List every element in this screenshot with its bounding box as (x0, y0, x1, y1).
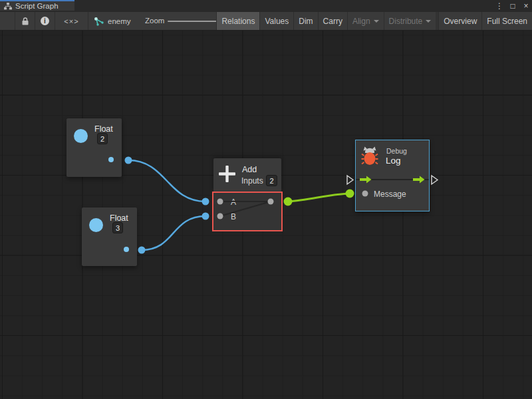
code-icon: <×> (64, 17, 78, 25)
graph-icon (94, 17, 104, 26)
float-value-input[interactable]: 3 (112, 222, 123, 233)
close-icon[interactable]: × (521, 0, 531, 12)
maximize-icon[interactable]: □ (508, 0, 517, 12)
toolbar-button-group: Relations Values Dim Carry Align Distrib… (216, 12, 532, 30)
bug-icon (361, 146, 378, 166)
float-node-2[interactable]: Float 3 (82, 207, 137, 266)
node-title: Add (242, 165, 257, 174)
add-node-header[interactable]: Add Inputs 2 (213, 158, 281, 192)
port-b-label: B (231, 212, 236, 221)
tab-bar: Script Graph ⋮ □ × (0, 0, 532, 12)
inputs-label: Inputs (241, 176, 263, 186)
graph-toolbar: i <×> enemy Zoom 1x Relations Values Dim (0, 12, 532, 31)
fullscreen-button[interactable]: Full Screen (481, 12, 532, 30)
debug-log-node[interactable]: Debug Log Message (355, 140, 430, 211)
script-graph-window: Script Graph ⋮ □ × i <×> (0, 0, 532, 399)
carry-button[interactable]: Carry (318, 12, 347, 30)
inputs-count-input[interactable]: 2 (266, 175, 277, 186)
float-value-input[interactable]: 2 (97, 133, 108, 144)
code-view-button[interactable]: <×> (55, 12, 88, 30)
node-title: Float (94, 124, 113, 134)
values-button[interactable]: Values (259, 12, 293, 30)
chevron-down-icon (374, 20, 379, 23)
lock-icon (21, 17, 29, 26)
plus-icon (219, 166, 235, 182)
graph-breadcrumb[interactable]: enemy (88, 12, 137, 30)
float-type-icon (74, 129, 88, 143)
node-title: Float (110, 213, 128, 223)
chevron-down-icon (426, 20, 431, 23)
info-button[interactable]: i (35, 12, 55, 30)
menu-icon[interactable]: ⋮ (495, 0, 504, 12)
port-a-label: A (231, 198, 236, 207)
message-label: Message (374, 190, 406, 199)
info-icon: i (41, 17, 49, 25)
graph-name: enemy (108, 17, 131, 25)
tab-label: Script Graph (15, 2, 59, 10)
node-title: Log (386, 156, 401, 166)
dim-button[interactable]: Dim (293, 12, 317, 30)
lock-button[interactable] (15, 12, 35, 30)
overview-button[interactable]: Overview (438, 12, 481, 30)
zoom-label: Zoom (145, 17, 164, 25)
tab-script-graph[interactable]: Script Graph (0, 0, 74, 11)
float-node-1[interactable]: Float 2 (66, 118, 122, 177)
relations-button[interactable]: Relations (216, 12, 259, 30)
align-dropdown[interactable]: Align (347, 12, 384, 30)
float-type-icon (89, 218, 103, 232)
node-category: Debug (386, 147, 407, 155)
hierarchy-icon (4, 3, 12, 10)
distribute-dropdown[interactable]: Distribute (384, 12, 436, 30)
add-node-body-selected[interactable]: A B (212, 192, 283, 231)
window-controls: ⋮ □ × (495, 0, 531, 12)
